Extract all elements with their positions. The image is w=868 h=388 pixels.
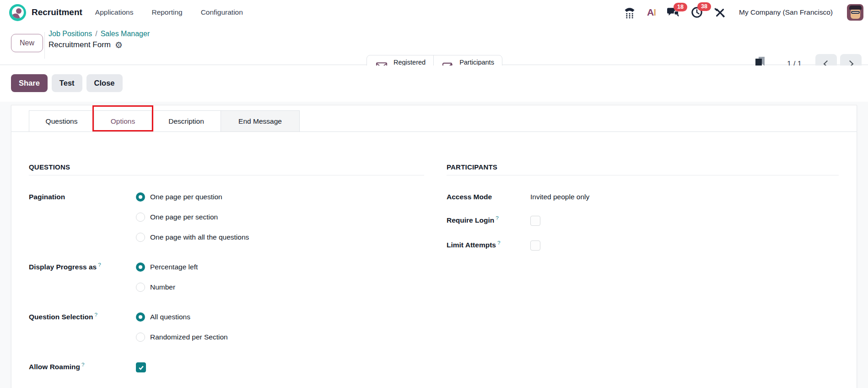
- recruitment-app-icon[interactable]: [9, 4, 26, 21]
- help-icon[interactable]: ?: [98, 262, 101, 268]
- tab-description[interactable]: Description: [151, 110, 221, 131]
- radio-one-page-all-questions[interactable]: One page with all the questions: [136, 233, 249, 242]
- help-icon[interactable]: ?: [496, 215, 498, 221]
- access-mode-field: Access Mode Invited people only: [447, 192, 839, 201]
- help-icon[interactable]: ?: [81, 362, 84, 367]
- tab-questions[interactable]: Questions: [29, 110, 94, 131]
- require-login-checkbox[interactable]: [530, 216, 540, 226]
- radio-all-questions[interactable]: All questions: [136, 312, 228, 322]
- limit-attempts-checkbox[interactable]: [530, 240, 540, 251]
- require-login-label: Require Login?: [447, 216, 530, 226]
- voip-phone-icon[interactable]: [624, 6, 636, 18]
- breadcrumb-divider: [44, 32, 45, 59]
- messages-badge: 18: [674, 3, 687, 11]
- questions-section: QUESTIONS Pagination One page per questi…: [29, 163, 424, 388]
- limit-attempts-field: Limit Attempts?: [447, 240, 839, 251]
- radio-icon[interactable]: [136, 213, 145, 222]
- display-progress-label: Display Progress as?: [29, 262, 136, 292]
- radio-one-page-per-section[interactable]: One page per section: [136, 213, 249, 222]
- breadcrumb: Job Positions / Sales Manager Recruitmen…: [49, 30, 150, 49]
- question-selection-field: Question Selection? All questions Random…: [29, 312, 424, 342]
- menu-reporting[interactable]: Reporting: [151, 8, 182, 16]
- help-icon[interactable]: ?: [497, 240, 500, 246]
- breadcrumb-job-positions[interactable]: Job Positions: [49, 30, 92, 38]
- pagination-radio-group: One page per question One page per secti…: [136, 192, 249, 242]
- company-switcher[interactable]: My Company (San Francisco): [739, 8, 833, 16]
- navbar-systray: AI 18 38 My Company (San F: [624, 4, 863, 21]
- activities-badge: 38: [697, 2, 711, 11]
- close-button[interactable]: Close: [86, 74, 123, 92]
- display-progress-field: Display Progress as? Percentage left Num…: [29, 262, 424, 292]
- help-icon[interactable]: ?: [94, 312, 97, 317]
- radio-number[interactable]: Number: [136, 283, 198, 292]
- ai-icon[interactable]: AI: [647, 7, 656, 18]
- tools-icon[interactable]: [714, 7, 726, 18]
- breadcrumb-separator: /: [95, 30, 97, 38]
- radio-icon[interactable]: [136, 333, 145, 342]
- test-button[interactable]: Test: [52, 74, 82, 92]
- allow-roaming-checkbox[interactable]: [136, 362, 146, 372]
- main-menu: Applications Reporting Configuration: [95, 8, 243, 16]
- tab-end-message[interactable]: End Message: [221, 110, 300, 131]
- questions-section-title: QUESTIONS: [29, 163, 424, 175]
- radio-icon[interactable]: [136, 233, 145, 242]
- notebook-tabs: Questions Options Description End Messag…: [11, 110, 857, 132]
- radio-selected-icon[interactable]: [136, 312, 145, 322]
- radio-icon[interactable]: [136, 283, 145, 292]
- options-form: QUESTIONS Pagination One page per questi…: [11, 163, 857, 388]
- share-button[interactable]: Share: [11, 74, 48, 92]
- participants-section: PARTICIPANTS Access Mode Invited people …: [447, 163, 839, 388]
- display-progress-radio-group: Percentage left Number: [136, 262, 198, 292]
- radio-randomized-per-section[interactable]: Randomized per Section: [136, 333, 228, 342]
- radio-one-page-per-question[interactable]: One page per question: [136, 192, 249, 202]
- radio-selected-icon[interactable]: [136, 262, 145, 272]
- tab-options[interactable]: Options: [94, 110, 151, 131]
- user-avatar[interactable]: [847, 4, 863, 21]
- limit-attempts-label: Limit Attempts?: [447, 240, 530, 251]
- participants-section-title: PARTICIPANTS: [447, 163, 839, 175]
- statusbar: Share Test Close: [0, 66, 868, 102]
- pagination-label: Pagination: [29, 192, 136, 242]
- app-title[interactable]: Recruitment: [32, 7, 82, 17]
- access-mode-label: Access Mode: [447, 192, 530, 201]
- radio-percentage-left[interactable]: Percentage left: [136, 262, 198, 272]
- access-mode-value[interactable]: Invited people only: [530, 192, 589, 201]
- activities-clock-icon[interactable]: 38: [691, 6, 703, 18]
- allow-roaming-field: Allow Roaming?: [29, 362, 424, 372]
- radio-selected-icon[interactable]: [136, 192, 145, 202]
- menu-applications[interactable]: Applications: [95, 8, 134, 16]
- top-navbar: Recruitment Applications Reporting Confi…: [0, 0, 868, 25]
- allow-roaming-label: Allow Roaming?: [29, 362, 136, 372]
- question-selection-label: Question Selection?: [29, 312, 136, 342]
- gear-icon[interactable]: ⚙: [115, 41, 123, 49]
- breadcrumb-sales-manager[interactable]: Sales Manager: [101, 30, 150, 38]
- page-title: Recruitment Form: [49, 40, 111, 49]
- content-area: Questions Options Description End Messag…: [0, 102, 868, 388]
- require-login-field: Require Login?: [447, 216, 839, 226]
- control-panel: New Job Positions / Sales Manager Recrui…: [0, 25, 868, 65]
- check-icon: [138, 364, 145, 371]
- pagination-field: Pagination One page per question One pag…: [29, 192, 424, 242]
- question-selection-radio-group: All questions Randomized per Section: [136, 312, 228, 342]
- new-button[interactable]: New: [11, 34, 43, 52]
- messages-icon[interactable]: 18: [667, 7, 679, 18]
- menu-configuration[interactable]: Configuration: [201, 8, 243, 16]
- form-sheet: Questions Options Description End Messag…: [11, 105, 857, 388]
